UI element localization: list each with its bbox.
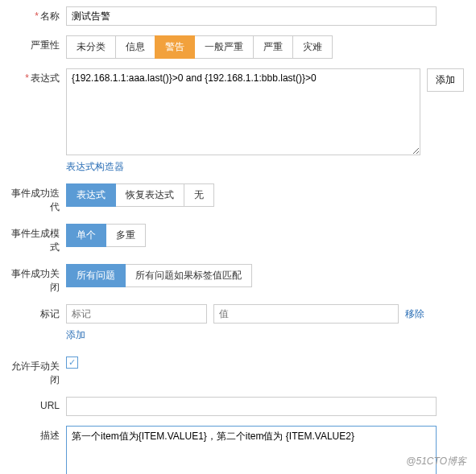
tag-row: 移除 [66,304,468,324]
severity-group: 未分类 信息 警告 一般严重 严重 灾难 [66,35,333,59]
tag-name-input[interactable] [66,304,207,324]
ok-close-option-tagmatch[interactable]: 所有问题如果标签值匹配 [125,264,252,287]
url-input[interactable] [66,397,437,416]
row-ok-event-close: 事件成功关闭 所有问题 所有问题如果标签值匹配 [8,264,468,295]
event-gen-mode-group: 单个 多重 [66,224,146,247]
severity-option-unclassified[interactable]: 未分类 [66,35,116,59]
label-event-gen-mode: 事件生成模式 [8,224,66,254]
tag-remove-link[interactable]: 移除 [405,307,424,321]
severity-option-high[interactable]: 严重 [253,35,293,59]
tag-add-link[interactable]: 添加 [66,329,85,340]
gen-mode-option-multiple[interactable]: 多重 [106,224,146,247]
row-allow-manual-close: 允许手动关闭 ✓ [8,357,468,387]
row-ok-event-iter: 事件成功迭代 表达式 恢复表达式 无 [8,183,468,214]
label-tags: 标记 [8,304,66,321]
label-ok-event-close: 事件成功关闭 [8,264,66,295]
row-description: 描述 [8,426,468,474]
expression-constructor-link[interactable]: 表达式构造器 [66,161,124,172]
row-expression: *表达式 添加 表达式构造器 [8,68,468,174]
label-expression: *表达式 [8,68,66,85]
row-severity: 严重性 未分类 信息 警告 一般严重 严重 灾难 [8,35,468,59]
row-url: URL [8,397,468,416]
watermark: @51CTO博客 [406,455,466,468]
ok-iter-option-recovery[interactable]: 恢复表达式 [115,183,184,207]
allow-manual-close-checkbox[interactable]: ✓ [66,357,78,369]
gen-mode-option-single[interactable]: 单个 [66,224,106,247]
severity-option-average[interactable]: 一般严重 [194,35,254,59]
label-severity: 严重性 [8,35,66,52]
ok-iter-option-expression[interactable]: 表达式 [66,183,116,207]
label-name: *名称 [8,6,66,23]
severity-option-warning[interactable]: 警告 [155,35,195,59]
row-event-gen-mode: 事件生成模式 单个 多重 [8,224,468,254]
label-url: URL [8,397,66,411]
label-allow-manual-close: 允许手动关闭 [8,357,66,387]
label-ok-event-iter: 事件成功迭代 [8,183,66,214]
tag-value-input[interactable] [213,304,399,324]
description-textarea[interactable] [66,426,437,474]
ok-close-option-all[interactable]: 所有问题 [66,264,126,287]
label-description: 描述 [8,426,66,443]
expression-add-button[interactable]: 添加 [427,68,464,92]
row-name: *名称 [8,6,468,26]
ok-event-close-group: 所有问题 所有问题如果标签值匹配 [66,264,252,287]
name-input[interactable] [66,6,437,26]
row-tags: 标记 移除 添加 [8,304,468,342]
ok-iter-option-none[interactable]: 无 [184,183,214,207]
severity-option-disaster[interactable]: 灾难 [292,35,333,59]
severity-option-info[interactable]: 信息 [115,35,155,59]
expression-textarea[interactable] [66,68,420,155]
ok-event-iter-group: 表达式 恢复表达式 无 [66,183,214,207]
